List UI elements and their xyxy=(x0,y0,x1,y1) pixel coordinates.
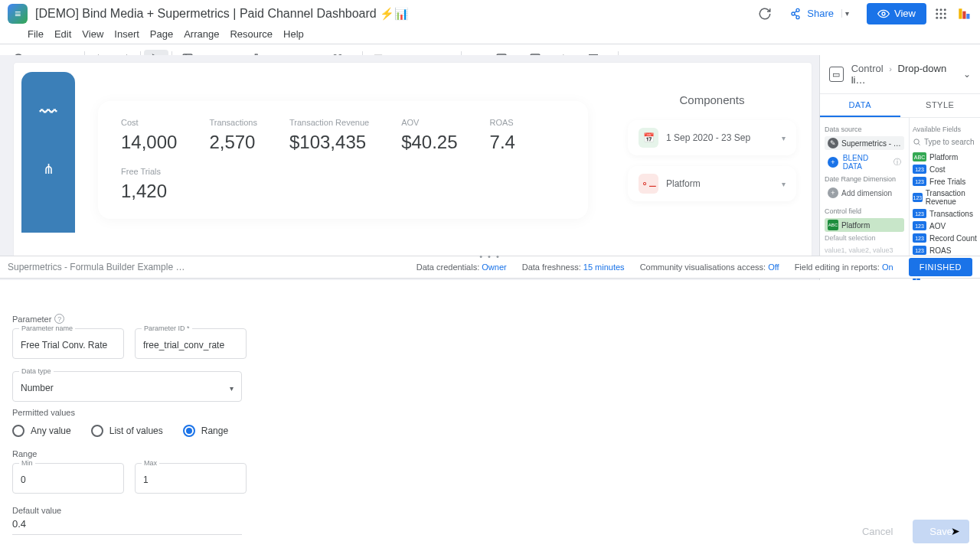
brand-logo-icon: 〰 xyxy=(40,103,57,122)
drag-handle-icon[interactable]: • • • xyxy=(479,252,501,261)
parameter-section-label: Parameter ? xyxy=(12,314,968,324)
chevron-down-icon[interactable]: ⌄ xyxy=(963,69,971,80)
section-label: Date Range Dimension xyxy=(825,175,904,183)
control-field-pill[interactable]: ABCPlatform xyxy=(825,218,904,232)
components-section: Components 📅 1 Sep 2020 - 23 Sep ▾ ⚬⚊ Pl… xyxy=(628,93,796,212)
metric-label: ROAS xyxy=(490,118,515,127)
metric-label: Cost xyxy=(121,118,177,127)
tab-data[interactable]: DATA xyxy=(820,94,900,117)
calendar-icon: 📅 xyxy=(639,128,658,148)
svg-point-26 xyxy=(914,139,919,144)
data-source-header: • • • Supermetrics - Formula Builder Exa… xyxy=(0,256,980,279)
section-label: Data source xyxy=(825,126,904,133)
menu-help[interactable]: Help xyxy=(283,28,304,40)
parameter-name-field[interactable]: Parameter name Free Trial Conv. Rate xyxy=(12,328,124,359)
parameter-id-field[interactable]: Parameter ID * free_trial_conv_rate xyxy=(135,328,247,359)
help-icon[interactable]: ? xyxy=(54,314,64,324)
community-viz-link[interactable]: Off xyxy=(768,262,779,272)
date-range-control[interactable]: 📅 1 Sep 2020 - 23 Sep ▾ xyxy=(628,120,796,155)
field-editing-link[interactable]: On xyxy=(882,262,893,272)
share-button[interactable]: Share ▾ xyxy=(782,3,861,24)
metric-label: AOV xyxy=(401,118,457,127)
data-source-name[interactable]: Supermetrics - Formula Builder Example … xyxy=(8,262,185,272)
freshness-link[interactable]: 15 minutes xyxy=(583,262,625,272)
menu-arrange[interactable]: Arrange xyxy=(184,28,219,40)
titlebar: ≡ [DEMO] Bind Media + Supermetrics | Pai… xyxy=(0,0,980,28)
metric-value: $40.25 xyxy=(401,132,457,153)
field-row[interactable]: 123Cost xyxy=(913,163,977,175)
menu-view[interactable]: View xyxy=(82,28,103,40)
svg-point-5 xyxy=(940,12,942,15)
cursor-icon: ➤ xyxy=(951,525,960,537)
field-row[interactable]: 123Transaction Revenue xyxy=(913,187,977,207)
view-button[interactable]: View xyxy=(867,3,926,24)
radio-list-values[interactable]: List of values xyxy=(91,425,163,437)
add-dimension-button[interactable]: +Add dimension xyxy=(825,186,904,200)
svg-point-0 xyxy=(882,12,885,15)
svg-point-3 xyxy=(944,8,946,11)
field-row[interactable]: 123ROAS xyxy=(913,244,977,256)
chevron-right-icon: › xyxy=(889,64,892,73)
scorecard-group[interactable]: Cost14,000Transactions2,570Transaction R… xyxy=(98,101,588,219)
menu-resource[interactable]: Resource xyxy=(230,28,273,40)
menu-edit[interactable]: Edit xyxy=(54,28,71,40)
platform-control[interactable]: ⚬⚊ Platform ▾ xyxy=(628,166,796,201)
svg-point-1 xyxy=(936,8,938,11)
report-nav-sidebar: 〰 ⋔ xyxy=(21,72,75,233)
range-label: Range xyxy=(12,449,968,458)
field-row[interactable]: ABCPlatform xyxy=(913,151,977,163)
document-title[interactable]: [DEMO] Bind Media + Supermetrics | Paid … xyxy=(35,7,409,21)
field-row[interactable]: 123Transactions xyxy=(913,207,977,220)
share-caret-icon[interactable]: ▾ xyxy=(841,9,852,18)
svg-point-6 xyxy=(944,12,946,15)
svg-point-4 xyxy=(936,12,938,15)
max-field[interactable]: Max 1 xyxy=(135,463,247,494)
metric-value: $103,435 xyxy=(289,132,369,153)
menu-page[interactable]: Page xyxy=(150,28,173,40)
blend-data-button[interactable]: +BLEND DATAⓘ xyxy=(825,152,904,172)
min-field[interactable]: Min 0 xyxy=(12,463,124,494)
metric-label: Transactions xyxy=(209,118,257,127)
apps-grid-icon[interactable] xyxy=(933,5,949,22)
menu-insert[interactable]: Insert xyxy=(114,28,139,40)
svg-point-9 xyxy=(944,16,946,18)
metric-value: 14,000 xyxy=(121,132,177,153)
parameter-form: Parameter ? Parameter name Free Trial Co… xyxy=(0,280,980,551)
save-button[interactable]: Save ➤ xyxy=(913,520,969,543)
field-row[interactable]: 123AOV xyxy=(913,220,977,232)
svg-point-2 xyxy=(940,8,942,11)
section-label: Available Fields xyxy=(913,126,977,133)
menubar: File Edit View Insert Page Arrange Resou… xyxy=(0,28,980,44)
default-value-field[interactable]: 0.4 xyxy=(12,518,242,535)
finished-button[interactable]: FINISHED xyxy=(909,258,972,276)
data-source-pill[interactable]: ✎Supermetrics - For… xyxy=(825,136,904,150)
permitted-values-label: Permitted values xyxy=(12,408,968,417)
search-input[interactable]: Type to search xyxy=(913,136,977,151)
metric-value: 7.4 xyxy=(490,132,515,153)
tree-icon: ⋔ xyxy=(43,161,54,178)
svg-point-8 xyxy=(940,16,942,18)
credentials-link[interactable]: Owner xyxy=(482,262,506,272)
field-row[interactable]: 123Free Trials xyxy=(913,175,977,187)
data-type-select[interactable]: Data type Number ▾ xyxy=(12,371,242,402)
default-selection-hint[interactable]: value1, value2, value3 xyxy=(825,246,904,254)
refresh-icon[interactable] xyxy=(754,3,776,24)
radio-any-value[interactable]: Any value xyxy=(12,425,71,437)
section-label: Default selection xyxy=(825,234,904,242)
metric-value: 1,420 xyxy=(121,181,565,202)
menu-file[interactable]: File xyxy=(28,28,44,40)
tab-style[interactable]: STYLE xyxy=(900,94,981,117)
svg-point-7 xyxy=(936,16,938,18)
chevron-down-icon: ▾ xyxy=(230,384,234,393)
brand-icon[interactable] xyxy=(956,5,972,22)
cancel-button[interactable]: Cancel xyxy=(850,520,905,543)
radio-range[interactable]: Range xyxy=(183,425,228,437)
metric-label: Free Trials xyxy=(121,167,565,176)
app-logo-icon[interactable]: ≡ xyxy=(8,4,28,24)
breadcrumb[interactable]: Control › Drop-down li… xyxy=(851,63,956,86)
section-label: Control field xyxy=(825,207,904,215)
field-row[interactable]: 123Record Count xyxy=(913,232,977,244)
default-value-label: Default value xyxy=(12,506,968,515)
chevron-down-icon: ▾ xyxy=(782,180,786,188)
chevron-down-icon: ▾ xyxy=(782,134,786,142)
